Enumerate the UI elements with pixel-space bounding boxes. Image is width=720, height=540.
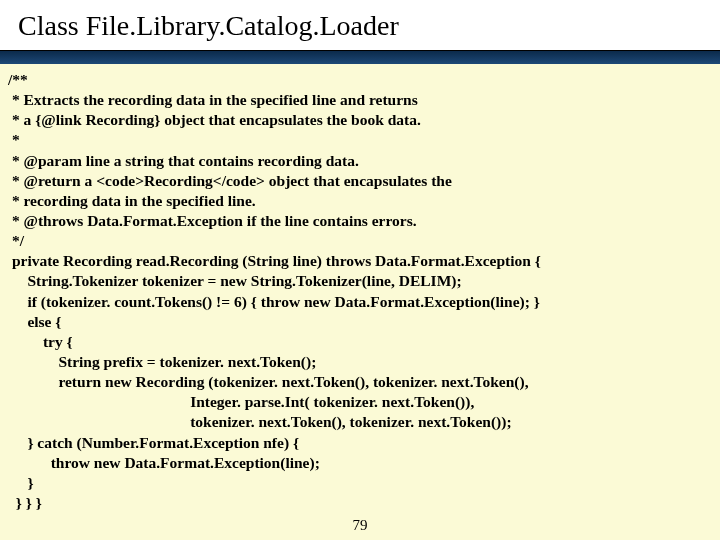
- page-number: 79: [0, 517, 720, 534]
- code-line: private Recording read.Recording (String…: [8, 252, 541, 269]
- code-line: try {: [8, 333, 73, 350]
- code-line: Integer. parse.Int( tokenizer. next.Toke…: [8, 393, 474, 410]
- code-line: throw new Data.Format.Exception(line);: [8, 454, 320, 471]
- code-line: * Extracts the recording data in the spe…: [8, 91, 418, 108]
- code-line: } catch (Number.Format.Exception nfe) {: [8, 434, 299, 451]
- code-line: * recording data in the specified line.: [8, 192, 256, 209]
- code-line: * @param line a string that contains rec…: [8, 152, 359, 169]
- code-line: }: [8, 474, 33, 491]
- code-line: String prefix = tokenizer. next.Token();: [8, 353, 316, 370]
- code-line: */: [8, 232, 24, 249]
- slide: Class File.Library.Catalog.Loader /** * …: [0, 0, 720, 540]
- code-block: /** * Extracts the recording data in the…: [0, 64, 720, 540]
- code-line: tokenizer. next.Token(), tokenizer. next…: [8, 413, 512, 430]
- code-line: *: [8, 131, 20, 148]
- code-line: else {: [8, 313, 61, 330]
- code-line: return new Recording (tokenizer. next.To…: [8, 373, 529, 390]
- accent-bar: [0, 50, 720, 65]
- code-line: String.Tokenizer tokenizer = new String.…: [8, 272, 462, 289]
- code-line: if (tokenizer. count.Tokens() != 6) { th…: [8, 293, 540, 310]
- code-line: * a {@link Recording} object that encaps…: [8, 111, 421, 128]
- code-line: /**: [8, 71, 28, 88]
- code-line: } } }: [8, 494, 42, 511]
- slide-title: Class File.Library.Catalog.Loader: [18, 10, 399, 42]
- code-line: * @return a <code>Recording</code> objec…: [8, 172, 452, 189]
- code-line: * @throws Data.Format.Exception if the l…: [8, 212, 417, 229]
